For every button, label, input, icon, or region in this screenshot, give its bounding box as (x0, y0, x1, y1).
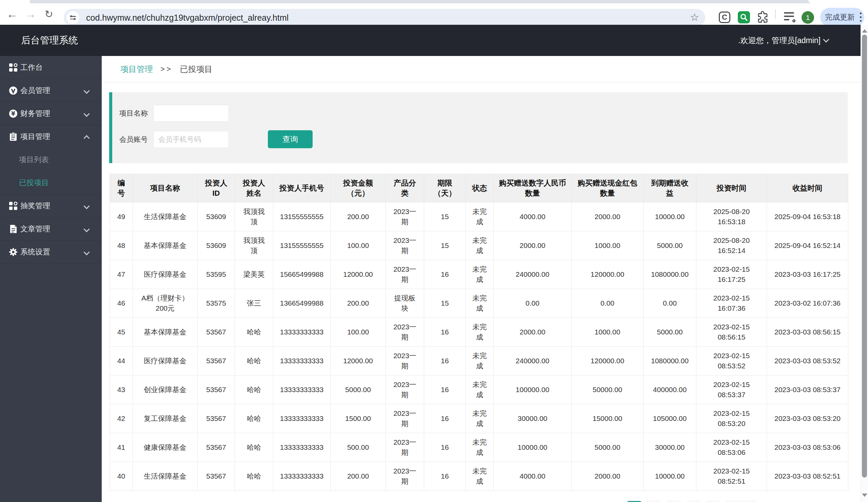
lottery-grid-icon (9, 202, 18, 210)
browser-profile-avatar[interactable]: 1 (802, 11, 814, 24)
forward-icon[interactable]: → (23, 3, 38, 25)
cell-investor-name: 哈哈 (235, 462, 273, 491)
project-clipboard-icon (9, 132, 18, 141)
scrollbar-thumb[interactable] (862, 34, 867, 478)
member-account-input[interactable] (153, 131, 229, 148)
cell-investor-name: 我顶我顶 (235, 203, 273, 231)
cell-income-time: 2023-03-03 08:53:20 (767, 404, 848, 433)
table-row: 49生活保障基金53609我顶我顶13155555555200.002023一期… (110, 203, 848, 231)
cell-cash-redpacket: 120000.00 (572, 347, 643, 376)
cell-invest-time: 2023-02-15 08:53:37 (696, 376, 767, 404)
chevron-down-icon (83, 226, 90, 232)
chrome-update-button[interactable]: 完成更新 (820, 8, 864, 27)
cell-category: 2023一期 (386, 404, 424, 433)
cell-digital-rmb: 0.00 (494, 289, 572, 318)
cell-category: 2023一期 (386, 203, 424, 231)
sidebar-item-project-management[interactable]: 项目管理 (0, 125, 102, 148)
column-header-id: 编 号 (110, 174, 133, 203)
scrollbar[interactable] (860, 25, 868, 502)
cell-project-name: A档（理财卡）200元 (133, 289, 198, 318)
cell-invest-time: 2023-02-15 16:07:36 (696, 289, 767, 318)
cell-project-name: 医疗保障基金 (133, 347, 198, 376)
sidebar-item-article-management[interactable]: 文章管理 (0, 217, 102, 240)
cell-id: 44 (110, 347, 133, 376)
cell-status: 未完成 (466, 203, 494, 231)
scrollbar-down-icon[interactable] (862, 493, 867, 497)
cell-cash-redpacket: 1000.00 (572, 231, 643, 260)
table-header-row: 编 号项目名称投资人 ID投资人 姓名投资人手机号投资金额 （元）产品分 类期限… (110, 174, 848, 203)
column-header-digital-rmb: 购买赠送数字人民币 数量 (494, 174, 572, 203)
user-menu[interactable]: .欢迎您，管理员[admin] (738, 25, 828, 56)
project-name-input[interactable] (153, 105, 229, 122)
cell-investor-phone: 13155555555 (273, 231, 331, 260)
column-header-duration: 期限 （天） (424, 174, 466, 203)
cell-category: 2023一期 (386, 347, 424, 376)
cell-investor-id: 53609 (198, 231, 235, 260)
cell-maturity-income: 0.00 (643, 289, 696, 318)
cell-investor-phone: 13333333333 (273, 462, 331, 491)
site-info-icon[interactable] (66, 11, 79, 24)
cell-investor-phone: 13333333333 (273, 318, 331, 347)
cell-project-name: 创业保障基金 (133, 376, 198, 404)
cell-investor-phone: 13665499988 (273, 289, 331, 318)
sidebar-item-system-settings[interactable]: 系统设置 (0, 240, 102, 264)
cell-digital-rmb: 2000.00 (494, 231, 572, 260)
chevron-down-icon (823, 36, 829, 42)
cell-investor-name: 哈哈 (235, 318, 273, 347)
browser-tabstrip-right (808, 0, 868, 3)
sidebar-item-label: 系统设置 (20, 247, 50, 257)
cell-investor-id: 53595 (198, 260, 235, 289)
extensions-puzzle-icon[interactable] (756, 11, 769, 24)
cell-amount: 200.00 (331, 462, 386, 491)
sidebar-item-label: 会员管理 (20, 85, 50, 96)
playlist-icon[interactable] (784, 11, 796, 23)
sidebar-item-project-list[interactable]: 项目列表 (0, 148, 102, 171)
cell-amount: 1500.00 (331, 404, 386, 433)
extension-c-icon[interactable]: C (719, 11, 730, 23)
dashboard-grid-icon (9, 63, 18, 72)
cell-status: 未完成 (466, 462, 494, 491)
cell-maturity-income: 30000.00 (643, 433, 696, 462)
cell-investor-name: 梁美英 (235, 260, 273, 289)
search-button[interactable]: 查询 (268, 130, 313, 148)
sidebar-item-finance-management[interactable]: ¥财务管理 (0, 102, 102, 125)
sidebar-item-label: 文章管理 (20, 224, 50, 234)
bookmark-star-icon[interactable]: ☆ (690, 9, 699, 27)
extension-search-icon[interactable] (738, 11, 750, 23)
cell-duration: 16 (424, 347, 466, 376)
cell-status: 未完成 (466, 260, 494, 289)
cell-amount: 500.00 (331, 433, 386, 462)
breadcrumb-section[interactable]: 项目管理 (120, 64, 153, 75)
sidebar-item-invested-projects[interactable]: 已投项目 (0, 171, 102, 194)
table-row: 45基本保障基金53567哈哈13333333333100.002023一期16… (110, 318, 848, 347)
cell-category: 2023一期 (386, 231, 424, 260)
toolbar-separator (775, 10, 776, 19)
sidebar-item-lottery-management[interactable]: 抽奖管理 (0, 194, 102, 217)
address-bar[interactable]: cod.hwymw.net/chuhzg19tvgabxm/project_al… (64, 9, 705, 27)
settings-gear-icon (9, 248, 18, 256)
cell-invest-time: 2023-02-15 08:52:51 (696, 462, 767, 491)
sidebar-item-member-management[interactable]: 会员管理 (0, 79, 102, 102)
chevron-down-icon (83, 249, 90, 255)
back-icon[interactable]: ← (5, 3, 20, 25)
cell-cash-redpacket: 2000.00 (572, 462, 643, 491)
table-row: 48基本保障基金53609我顶我顶13155555555100.002023一期… (110, 231, 848, 260)
cell-digital-rmb: 100000.00 (494, 376, 572, 404)
sidebar-item-workbench[interactable]: 工作台 (0, 56, 102, 79)
scrollbar-up-icon[interactable] (862, 29, 867, 33)
cell-status: 未完成 (466, 404, 494, 433)
cell-maturity-income: 10000.00 (643, 462, 696, 491)
browser-menu-icon[interactable] (860, 12, 861, 22)
member-circle-icon (9, 86, 18, 95)
sidebar: 工作台会员管理¥财务管理项目管理项目列表已投项目抽奖管理文章管理系统设置 (0, 56, 102, 502)
sidebar-item-label: 项目管理 (20, 132, 50, 142)
cell-project-name: 健康保障基金 (133, 433, 198, 462)
app-title: 后台管理系统 (21, 25, 78, 56)
url-text[interactable]: cod.hwymw.net/chuhzg19tvgabxm/project_al… (86, 9, 289, 27)
table-row: 42复工保障基金53567哈哈133333333331500.002023一期1… (110, 404, 848, 433)
browser-active-tab[interactable] (0, 0, 30, 3)
reload-icon[interactable]: ↻ (41, 3, 56, 25)
sidebar-item-label: 已投项目 (19, 178, 49, 188)
cell-status: 未完成 (466, 433, 494, 462)
cell-income-time: 2023-03-03 08:53:37 (767, 376, 848, 404)
